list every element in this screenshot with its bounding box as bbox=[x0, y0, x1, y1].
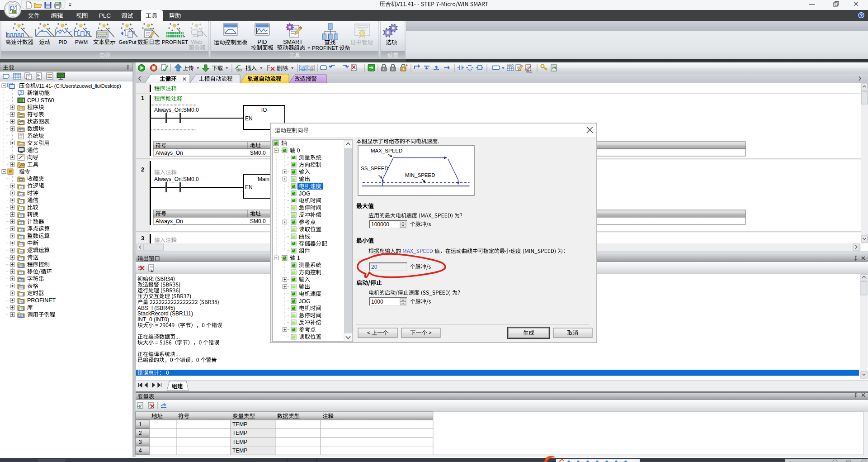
svg-text:JOG: JOG bbox=[299, 298, 311, 305]
svg-text:1000: 1000 bbox=[371, 299, 383, 305]
svg-text:MIN_SPEED: MIN_SPEED bbox=[405, 172, 435, 178]
svg-text:JOG: JOG bbox=[299, 191, 311, 197]
svg-text:20: 20 bbox=[371, 264, 377, 270]
svg-text:SS_SPEED: SS_SPEED bbox=[361, 166, 388, 171]
svg-text:100000: 100000 bbox=[371, 221, 389, 228]
svg-text:MAX_SPEED: MAX_SPEED bbox=[371, 148, 402, 153]
